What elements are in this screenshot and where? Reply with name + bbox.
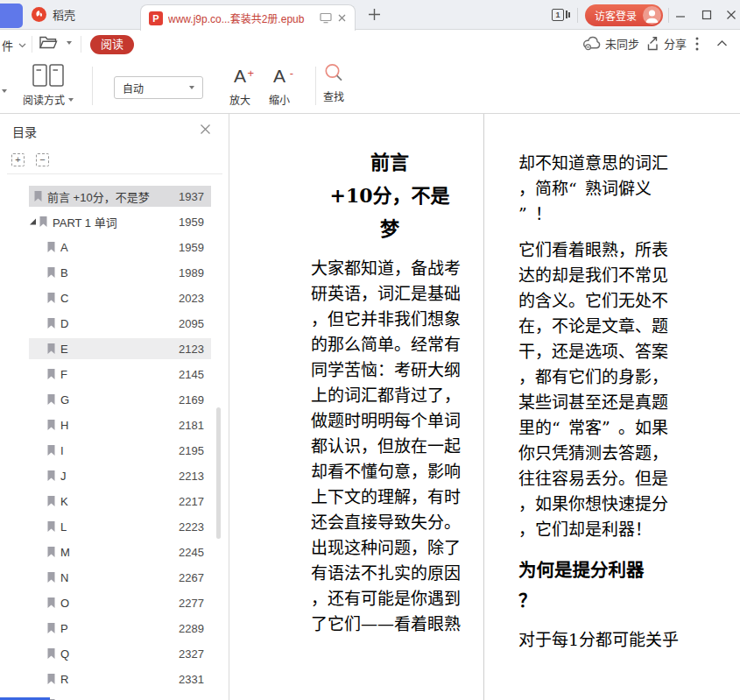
toc-item-G[interactable]: G2169	[29, 387, 211, 413]
book-text-line: ”！	[518, 202, 676, 227]
book-text-line: 研英语，词汇是基础	[311, 281, 469, 307]
book-paragraph: 大家都知道，备战考研英语，词汇是基础，但它并非我们想象的那么简单。经常有同学苦恼…	[311, 256, 469, 637]
book-text-line: 了它们——看着眼熟	[311, 612, 469, 637]
book-paragraph: 它们看着眼熟，所表达的却是我们不常见的含义。它们无处不在，不论是文章、题干，还是…	[518, 237, 676, 542]
reading-mode-label: 阅读方式	[23, 92, 65, 107]
book-text-line: 里的“常客”。如果	[518, 415, 676, 441]
toc-item-Q[interactable]: Q2327	[29, 641, 211, 667]
sidebar-close-icon[interactable]	[200, 124, 211, 135]
tab-home[interactable]: 稻壳	[32, 0, 75, 29]
toc-item-label: M	[60, 546, 70, 559]
separator	[577, 8, 578, 23]
toc-item-A[interactable]: A1959	[29, 235, 211, 260]
find-button[interactable]: 查找	[314, 62, 353, 103]
new-tab-button[interactable]	[368, 8, 381, 21]
window-corner-fragment	[0, 4, 23, 28]
toc-item-L[interactable]: L2223	[29, 514, 211, 540]
book-text-line: 的那么简单。经常有	[311, 332, 469, 357]
toc-item-前言-+10分，不是梦[interactable]: 前言 +10分，不是梦1937	[29, 184, 211, 209]
toc-item-partial[interactable]	[29, 692, 211, 700]
read-mode-badge[interactable]: 阅读	[90, 35, 134, 54]
tab-count-button[interactable]: 1	[552, 9, 570, 21]
book-title-line: 前言	[311, 145, 469, 179]
toc-item-label: Q	[60, 647, 69, 661]
book-text-line: 却看不懂句意，影响	[311, 459, 469, 484]
bookmark-icon	[39, 216, 48, 228]
share-button[interactable]: 分享	[644, 35, 687, 52]
toc-item-PART-1-单词[interactable]: PART 1 单词1959	[29, 209, 211, 235]
maximize-button[interactable]	[697, 6, 716, 24]
zoom-out-button[interactable]: A- 缩小	[260, 65, 299, 107]
tab-close-icon[interactable]	[337, 13, 347, 23]
open-file-button[interactable]	[39, 34, 72, 51]
book-text-line: 却不知道意思的词汇	[518, 151, 676, 176]
find-label: 查找	[323, 88, 344, 103]
toc-item-F[interactable]: F2145	[29, 362, 211, 387]
toc-item-page: 1937	[179, 190, 204, 203]
tab-document-title: www.j9p.co...套装共2册.epub	[168, 11, 314, 25]
bookmark-icon	[46, 292, 56, 304]
tab-home-label: 稻壳	[53, 6, 75, 23]
book-text-line: 达的却是我们不常见	[518, 263, 676, 288]
toc-item-D[interactable]: D2095	[29, 311, 211, 336]
toc-list: 前言 +10分，不是梦1937PART 1 单词1959A1959B1989C2…	[0, 184, 229, 700]
monitor-icon[interactable]	[320, 12, 332, 24]
toc-item-page: 2217	[179, 495, 204, 508]
zoom-out-label: 缩小	[269, 92, 290, 107]
collapse-all-button[interactable]: −	[36, 153, 49, 166]
collapse-toolbar-button[interactable]	[716, 39, 728, 47]
bookmark-icon	[46, 597, 56, 609]
tab-document[interactable]: P www.j9p.co...套装共2册.epub	[140, 4, 356, 31]
toc-item-C[interactable]: C2023	[29, 286, 211, 311]
toc-item-R[interactable]: R2331	[29, 667, 211, 692]
minimize-button[interactable]	[671, 6, 690, 24]
sync-status[interactable]: 未同步	[581, 35, 639, 52]
toc-item-B[interactable]: B1989	[29, 260, 211, 286]
book-paragraph: 对于每1分都可能关乎	[518, 627, 676, 653]
zoom-in-button[interactable]: A+ 放大	[221, 65, 259, 107]
chevron-down-icon[interactable]	[2, 81, 7, 96]
toc-item-page: 1959	[179, 216, 204, 229]
toc-item-J[interactable]: J2213	[29, 463, 211, 489]
toc-item-label: I	[60, 444, 64, 457]
toc-item-P[interactable]: P2289	[29, 616, 211, 641]
book-text-line: 都认识，但放在一起	[311, 434, 469, 459]
toc-item-label: B	[60, 266, 68, 279]
right-page: 却不知道意思的词汇，简称“熟词僻义”！它们看着眼熟，所表达的却是我们不常见的含义…	[518, 114, 676, 653]
toc-item-page: 2331	[179, 673, 204, 686]
toc-item-page: 2123	[179, 343, 204, 356]
close-button[interactable]	[722, 6, 740, 24]
bookmark-icon	[46, 444, 56, 456]
expand-all-button[interactable]: +	[11, 153, 25, 166]
toc-item-H[interactable]: H2181	[29, 413, 211, 438]
toc-item-N[interactable]: N2267	[29, 565, 211, 590]
bookmark-icon	[46, 571, 56, 583]
toc-item-K[interactable]: K2217	[29, 489, 211, 514]
book-paragraph: 却不知道意思的词汇，简称“熟词僻义”！	[518, 151, 676, 227]
toc-item-page: 1959	[179, 241, 204, 254]
file-menu[interactable]: 件	[2, 37, 26, 53]
book-text-line: 上下文的理解，有时	[311, 484, 469, 510]
toc-item-O[interactable]: O2277	[29, 590, 211, 616]
sidebar-scrollbar[interactable]	[216, 407, 221, 539]
toc-item-M[interactable]: M2245	[29, 540, 211, 565]
book-text-line: 上的词汇都背过了，	[311, 383, 469, 408]
guest-login-button[interactable]: 访客登录	[585, 4, 663, 26]
book-text-line: 你只凭猜测去答题，	[518, 441, 676, 466]
toc-item-I[interactable]: I2195	[29, 438, 211, 463]
avatar	[643, 6, 661, 25]
menubar: 件 阅读 未同步 分享	[0, 31, 740, 59]
toc-item-page: 1989	[179, 266, 204, 279]
search-icon	[323, 62, 344, 84]
book-text-line: 做题时明明每个单词	[311, 408, 469, 434]
bookmark-icon	[33, 190, 43, 202]
titlebar: 稻壳 P www.j9p.co...套装共2册.epub 1 访客登录	[0, 0, 740, 30]
bookmark-icon	[46, 495, 56, 507]
reading-mode-button[interactable]: 阅读方式	[21, 64, 75, 107]
toc-item-E[interactable]: E2123	[29, 336, 211, 362]
tree-expanded-icon	[29, 218, 37, 225]
bookmark-icon	[46, 393, 56, 406]
more-options-button[interactable]	[695, 36, 699, 52]
zoom-mode-select[interactable]: 自动	[114, 76, 203, 99]
toolbar: 阅读方式 自动 A+ 放大 A- 缩小 查找	[0, 59, 740, 114]
